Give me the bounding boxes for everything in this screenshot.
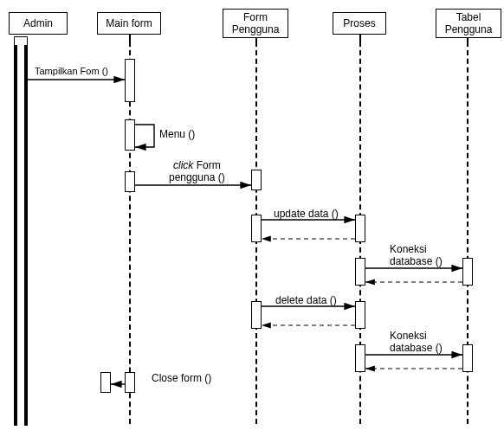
sequence-diagram: Admin Main form Form Pengguna Proses Tab… (0, 0, 504, 443)
arrows-layer (0, 0, 504, 443)
